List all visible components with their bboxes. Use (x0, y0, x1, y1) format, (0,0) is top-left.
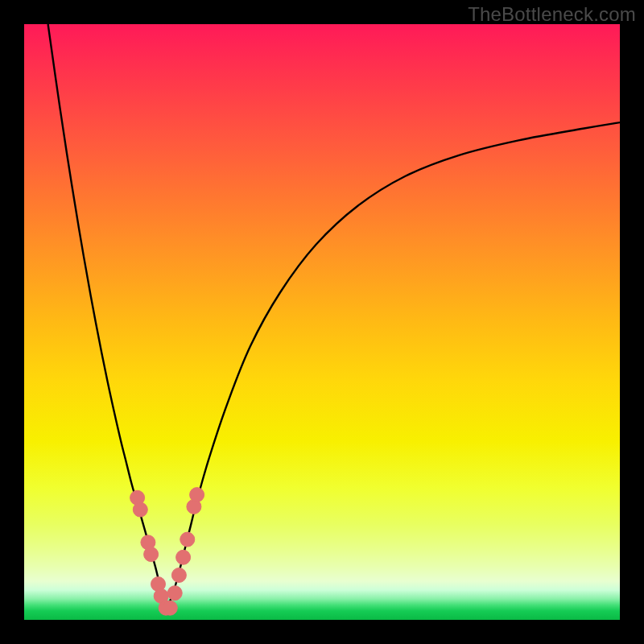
marker-dot (171, 568, 186, 583)
marker-dot (133, 502, 147, 517)
marker-dot (176, 550, 191, 564)
plot-area (24, 24, 620, 620)
marker-dot (180, 532, 195, 547)
marker-dot (167, 586, 182, 601)
marker-dot (163, 601, 177, 615)
marker-dots (130, 488, 204, 616)
chart-frame: TheBottleneck.com (0, 0, 644, 644)
chart-svg (24, 24, 620, 620)
curve-left-branch (48, 24, 167, 608)
marker-dot (144, 547, 159, 562)
marker-dot (190, 488, 204, 502)
watermark-text: TheBottleneck.com (468, 3, 636, 26)
curve-right-branch (167, 122, 620, 608)
